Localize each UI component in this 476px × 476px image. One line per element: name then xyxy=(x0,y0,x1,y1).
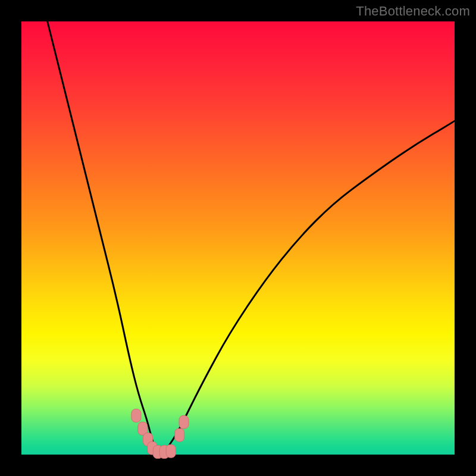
chart-svg xyxy=(21,21,455,455)
curve-marker xyxy=(179,415,189,428)
marker-group xyxy=(131,409,189,459)
curve-marker xyxy=(131,409,141,422)
watermark-text: TheBottleneck.com xyxy=(356,4,470,19)
curve-marker xyxy=(175,428,184,441)
chart-plot-area xyxy=(21,21,455,455)
curve-marker xyxy=(166,444,176,458)
bottleneck-curve xyxy=(48,21,455,454)
chart-frame: TheBottleneck.com xyxy=(0,0,476,476)
